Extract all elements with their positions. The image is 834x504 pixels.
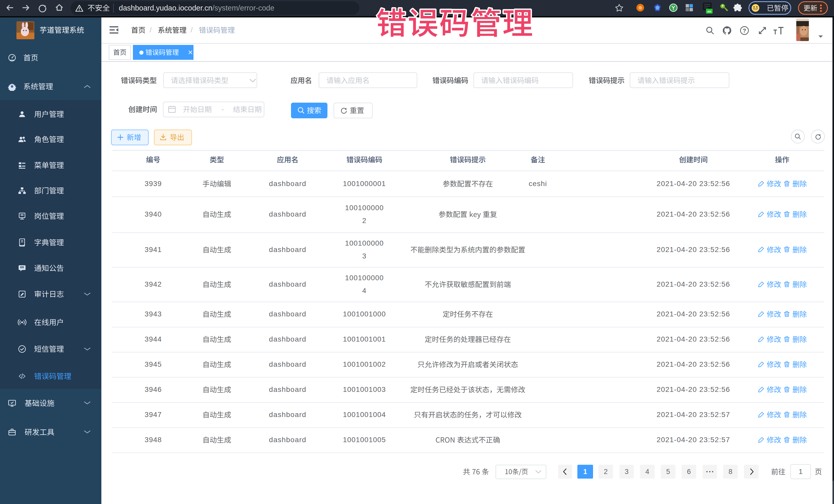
svg-text:on: on xyxy=(707,9,711,13)
